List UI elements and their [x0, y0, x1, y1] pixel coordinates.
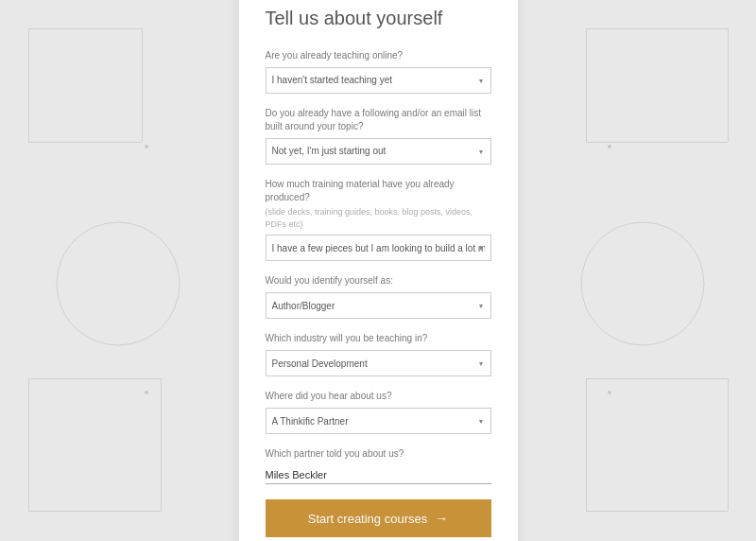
industry-group: Which industry will you be teaching in? …	[266, 332, 491, 376]
teaching-online-select[interactable]: I haven't started teaching yet	[266, 67, 491, 94]
svg-rect-7	[28, 378, 161, 379]
svg-rect-6	[28, 378, 29, 511]
svg-rect-16	[586, 378, 728, 379]
email-list-group: Do you already have a following and/or a…	[266, 107, 491, 165]
svg-rect-10	[586, 28, 587, 142]
training-material-group: How much training material have you alre…	[266, 178, 491, 261]
svg-rect-3	[142, 28, 143, 142]
svg-rect-18	[586, 511, 728, 512]
partner-name-input[interactable]	[266, 466, 491, 484]
svg-rect-2	[28, 28, 142, 29]
email-list-select-wrapper: Not yet, I'm just starting out	[266, 138, 491, 165]
partner-name-label: Which partner told you about us?	[266, 447, 491, 461]
svg-point-21	[145, 391, 148, 394]
svg-rect-15	[586, 378, 587, 511]
hear-about-select-wrapper: A Thinkific Partner	[266, 408, 491, 434]
arrow-icon: →	[435, 511, 448, 526]
identify-as-label: Would you identify yourself as:	[266, 274, 491, 288]
email-list-label: Do you already have a following and/or a…	[266, 107, 491, 133]
svg-rect-11	[586, 28, 728, 29]
teaching-online-select-wrapper: I haven't started teaching yet	[266, 67, 491, 94]
industry-select[interactable]: Personal Development	[266, 350, 491, 376]
svg-point-20	[608, 145, 611, 148]
training-material-select[interactable]: I have a few pieces but I am looking to …	[266, 235, 491, 261]
page-title: Tell us about yourself	[266, 6, 491, 30]
svg-point-22	[608, 391, 611, 394]
partner-name-group: Which partner told you about us?	[266, 447, 491, 484]
svg-rect-12	[728, 28, 729, 142]
training-material-label: How much training material have you alre…	[266, 178, 491, 230]
hear-about-select[interactable]: A Thinkific Partner	[266, 408, 491, 434]
teaching-online-group: Are you already teaching online? I haven…	[266, 49, 491, 94]
hear-about-label: Where did you hear about us?	[266, 390, 491, 403]
industry-select-wrapper: Personal Development	[266, 350, 491, 376]
identify-as-select[interactable]: Author/Blogger	[266, 292, 491, 319]
submit-label: Start creating courses	[308, 512, 427, 526]
svg-rect-17	[728, 378, 729, 511]
submit-button[interactable]: Start creating courses →	[266, 499, 491, 537]
training-material-select-wrapper: I have a few pieces but I am looking to …	[266, 235, 491, 261]
svg-rect-13	[586, 142, 728, 143]
svg-point-5	[57, 222, 180, 345]
svg-point-14	[581, 222, 704, 345]
svg-rect-1	[28, 28, 29, 142]
svg-point-19	[145, 145, 148, 148]
email-list-select[interactable]: Not yet, I'm just starting out	[266, 138, 491, 165]
svg-rect-4	[28, 142, 142, 143]
teaching-online-label: Are you already teaching online?	[266, 49, 491, 62]
svg-rect-9	[28, 511, 161, 512]
form-card: Tell us about yourself Are you already t…	[239, 0, 518, 541]
identify-as-group: Would you identify yourself as: Author/B…	[266, 274, 491, 319]
identify-as-select-wrapper: Author/Blogger	[266, 292, 491, 319]
svg-rect-8	[161, 378, 162, 511]
hear-about-group: Where did you hear about us? A Thinkific…	[266, 390, 491, 434]
industry-label: Which industry will you be teaching in?	[266, 332, 491, 345]
